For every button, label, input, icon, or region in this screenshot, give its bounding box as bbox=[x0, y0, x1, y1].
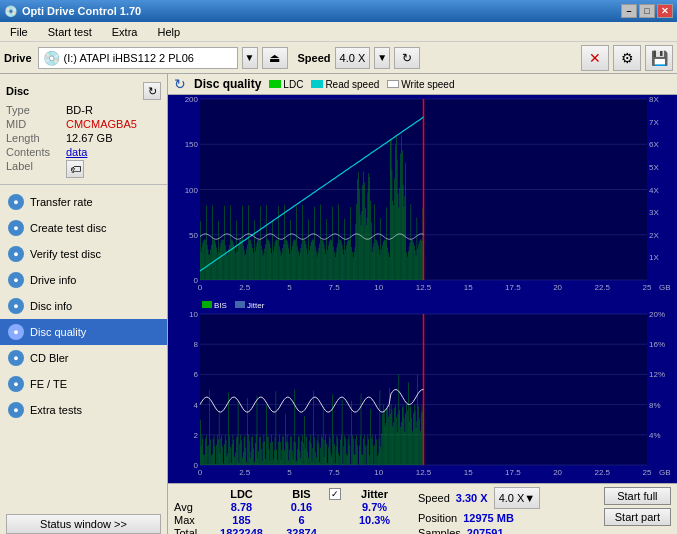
svg-rect-265 bbox=[400, 153, 401, 280]
svg-rect-526 bbox=[370, 409, 371, 465]
chart-title: Disc quality bbox=[194, 77, 261, 91]
disc-contents-value[interactable]: data bbox=[66, 146, 87, 158]
svg-rect-236 bbox=[375, 239, 376, 280]
start-full-button[interactable]: Start full bbox=[604, 487, 671, 505]
charts-wrapper: 0501001502001X2X3X4X5X6X7X8X02.557.51012… bbox=[168, 95, 677, 483]
svg-rect-492 bbox=[341, 435, 342, 465]
svg-text:10: 10 bbox=[374, 283, 383, 292]
svg-rect-152 bbox=[303, 239, 304, 280]
svg-rect-118 bbox=[274, 246, 275, 280]
svg-rect-275 bbox=[409, 247, 410, 280]
svg-rect-255 bbox=[392, 169, 393, 280]
svg-rect-404 bbox=[265, 459, 266, 465]
speed-row: Speed 3.30 X 4.0 X ▼ bbox=[418, 487, 540, 509]
start-part-button[interactable]: Start part bbox=[604, 508, 671, 526]
svg-rect-339 bbox=[209, 390, 210, 465]
svg-rect-208 bbox=[351, 247, 352, 280]
save-button[interactable]: 💾 bbox=[645, 45, 673, 71]
menu-bar: File Start test Extra Help bbox=[0, 22, 677, 42]
svg-rect-76 bbox=[238, 247, 239, 280]
sidebar-item-verify-test-disc[interactable]: ●Verify test disc bbox=[0, 241, 167, 267]
svg-rect-74 bbox=[236, 221, 237, 280]
svg-rect-493 bbox=[342, 400, 343, 466]
erase-button[interactable]: ✕ bbox=[581, 45, 609, 71]
svg-rect-270 bbox=[405, 196, 406, 280]
eject-button[interactable]: ⏏ bbox=[262, 47, 288, 69]
svg-rect-468 bbox=[320, 448, 321, 465]
svg-rect-451 bbox=[306, 436, 307, 465]
svg-rect-224 bbox=[365, 208, 366, 280]
svg-rect-276 bbox=[410, 243, 411, 280]
menu-help[interactable]: Help bbox=[151, 24, 186, 40]
menu-extra[interactable]: Extra bbox=[106, 24, 144, 40]
svg-rect-62 bbox=[226, 250, 227, 280]
svg-rect-48 bbox=[214, 239, 215, 280]
svg-rect-80 bbox=[241, 240, 242, 280]
status-window-btn[interactable]: Status window >> bbox=[6, 514, 161, 534]
svg-rect-162 bbox=[312, 240, 313, 280]
svg-rect-395 bbox=[258, 459, 259, 466]
legend-ldc-label: LDC bbox=[283, 79, 303, 90]
drive-dropdown-btn[interactable]: ▼ bbox=[242, 47, 258, 69]
sidebar-item-transfer-rate[interactable]: ●Transfer rate bbox=[0, 189, 167, 215]
refresh-button[interactable]: ↻ bbox=[394, 47, 420, 69]
svg-rect-455 bbox=[309, 441, 310, 465]
svg-rect-60 bbox=[224, 206, 225, 280]
svg-rect-568 bbox=[406, 405, 407, 465]
svg-rect-412 bbox=[272, 442, 273, 465]
svg-rect-263 bbox=[399, 207, 400, 280]
disc-label-btn[interactable]: 🏷 bbox=[66, 160, 84, 178]
speed-dropdown-btn[interactable]: ▼ bbox=[374, 47, 390, 69]
sidebar-item-extra-tests[interactable]: ●Extra tests bbox=[0, 397, 167, 423]
svg-rect-462 bbox=[315, 452, 316, 465]
svg-rect-234 bbox=[374, 243, 375, 280]
drive-select[interactable]: 💿 (I:) ATAPI iHBS112 2 PL06 bbox=[38, 47, 238, 69]
sidebar-item-disc-info[interactable]: ●Disc info bbox=[0, 293, 167, 319]
maximize-button[interactable]: □ bbox=[639, 4, 655, 18]
svg-rect-240 bbox=[379, 250, 380, 280]
svg-text:16%: 16% bbox=[649, 340, 665, 349]
svg-text:17.5: 17.5 bbox=[505, 468, 521, 477]
svg-rect-524 bbox=[368, 439, 369, 465]
svg-rect-375 bbox=[240, 435, 241, 465]
speed-stat-select[interactable]: 4.0 X ▼ bbox=[494, 487, 541, 509]
sidebar-item-drive-info[interactable]: ●Drive info bbox=[0, 267, 167, 293]
svg-rect-295 bbox=[202, 301, 212, 308]
svg-rect-43 bbox=[209, 255, 210, 280]
svg-rect-237 bbox=[376, 240, 377, 280]
jitter-checkbox[interactable]: ✓ bbox=[329, 488, 341, 500]
svg-rect-232 bbox=[372, 252, 373, 280]
sidebar-item-fe-te[interactable]: ●FE / TE bbox=[0, 371, 167, 397]
menu-start-test[interactable]: Start test bbox=[42, 24, 98, 40]
svg-rect-499 bbox=[347, 456, 348, 465]
sidebar-item-label-disc-info: Disc info bbox=[30, 300, 72, 312]
sidebar-item-label-transfer-rate: Transfer rate bbox=[30, 196, 93, 208]
sidebar-item-label-drive-info: Drive info bbox=[30, 274, 76, 286]
bis-total: 32874 bbox=[274, 526, 329, 534]
svg-rect-565 bbox=[404, 418, 405, 465]
sidebar-item-cd-bler[interactable]: ●CD Bler bbox=[0, 345, 167, 371]
sidebar-item-create-test-disc[interactable]: ●Create test disc bbox=[0, 215, 167, 241]
close-button[interactable]: ✕ bbox=[657, 4, 673, 18]
svg-rect-421 bbox=[280, 442, 281, 465]
svg-rect-472 bbox=[324, 457, 325, 465]
menu-file[interactable]: File bbox=[4, 24, 34, 40]
svg-rect-220 bbox=[362, 211, 363, 280]
svg-rect-175 bbox=[323, 241, 324, 280]
svg-rect-567 bbox=[405, 413, 406, 465]
svg-rect-155 bbox=[306, 244, 307, 280]
svg-rect-297 bbox=[235, 301, 245, 308]
svg-rect-141 bbox=[294, 240, 295, 280]
svg-rect-231 bbox=[371, 222, 372, 280]
svg-rect-273 bbox=[407, 257, 408, 280]
svg-rect-260 bbox=[396, 136, 397, 280]
svg-rect-107 bbox=[264, 249, 265, 280]
svg-rect-443 bbox=[299, 437, 300, 465]
sidebar-item-disc-quality[interactable]: ●Disc quality bbox=[0, 319, 167, 345]
settings-button[interactable]: ⚙ bbox=[613, 45, 641, 71]
svg-rect-138 bbox=[291, 251, 292, 280]
speed-select[interactable]: 4.0 X bbox=[335, 47, 371, 69]
minimize-button[interactable]: – bbox=[621, 4, 637, 18]
disc-refresh-btn[interactable]: ↻ bbox=[143, 82, 161, 100]
svg-rect-71 bbox=[234, 244, 235, 280]
